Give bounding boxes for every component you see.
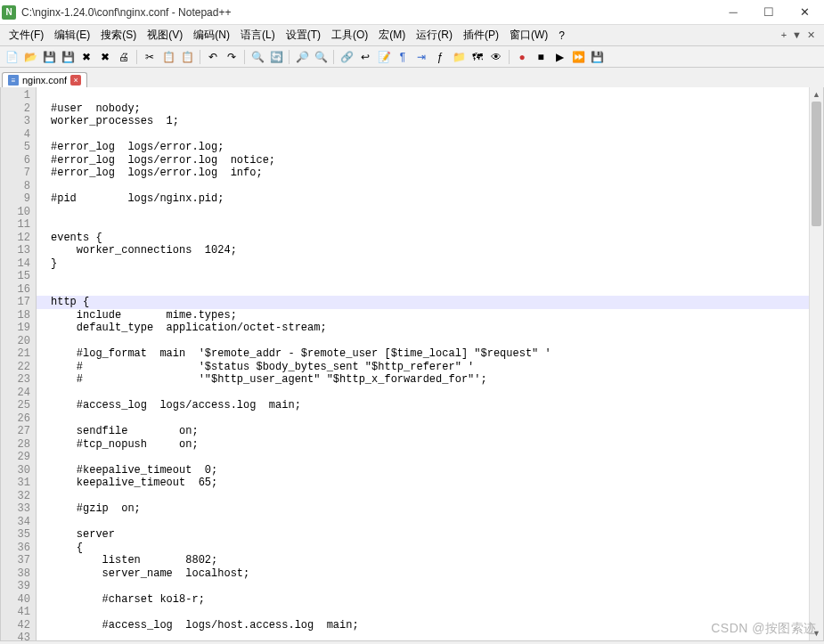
menu-help[interactable]: ? bbox=[553, 28, 570, 44]
code-line[interactable]: worker_connections 1024; bbox=[51, 244, 798, 257]
record-icon[interactable]: ● bbox=[514, 49, 530, 65]
print-icon[interactable]: 🖨 bbox=[116, 49, 132, 65]
tab-close-icon[interactable]: × bbox=[70, 75, 81, 86]
code-line[interactable] bbox=[51, 89, 798, 102]
scroll-up-icon[interactable]: ▲ bbox=[810, 87, 823, 102]
code-line[interactable]: #tcp_nopush on; bbox=[51, 438, 798, 452]
open-file-icon[interactable]: 📂 bbox=[22, 49, 38, 65]
code-line[interactable] bbox=[51, 412, 798, 426]
plus-icon[interactable]: + bbox=[781, 29, 787, 41]
code-line[interactable]: include mime.types; bbox=[51, 309, 798, 322]
close-button[interactable]: ✕ bbox=[787, 0, 822, 25]
doc-icon[interactable]: 📝 bbox=[376, 49, 392, 65]
menu-macro[interactable]: 宏(M) bbox=[373, 26, 411, 45]
save-all-icon[interactable]: 💾 bbox=[60, 49, 76, 65]
code-line[interactable]: #log_format main '$remote_addr - $remote… bbox=[51, 347, 798, 361]
code-line[interactable]: { bbox=[51, 542, 798, 555]
replace-icon[interactable]: 🔄 bbox=[268, 49, 284, 65]
doc-map-icon[interactable]: 🗺 bbox=[469, 49, 485, 65]
zoom-out-icon[interactable]: 🔍 bbox=[313, 49, 329, 65]
code-line[interactable]: # '$status $body_bytes_sent "$http_refer… bbox=[51, 361, 798, 374]
play-icon[interactable]: ▶ bbox=[551, 49, 567, 65]
code-line[interactable]: #error_log logs/error.log info; bbox=[51, 167, 798, 180]
code-line[interactable]: #error_log logs/error.log; bbox=[51, 141, 798, 154]
code-line[interactable] bbox=[51, 451, 798, 464]
code-line[interactable]: #access_log logs/access.log main; bbox=[51, 399, 798, 412]
save-icon[interactable]: 💾 bbox=[41, 49, 57, 65]
code-line[interactable] bbox=[51, 490, 798, 503]
code-editor[interactable]: #user nobody;worker_processes 1;#error_l… bbox=[37, 87, 809, 640]
code-line[interactable]: sendfile on; bbox=[51, 425, 798, 438]
menu-run[interactable]: 运行(R) bbox=[411, 26, 458, 45]
menu-view[interactable]: 视图(V) bbox=[142, 26, 188, 45]
close-all-icon[interactable]: ✖ bbox=[97, 49, 113, 65]
code-line[interactable]: keepalive_timeout 65; bbox=[51, 477, 798, 490]
find-icon[interactable]: 🔍 bbox=[249, 49, 265, 65]
copy-icon[interactable]: 📋 bbox=[160, 49, 176, 65]
code-line[interactable] bbox=[51, 387, 798, 400]
code-line[interactable] bbox=[51, 270, 798, 283]
code-line[interactable]: server_name localhost; bbox=[51, 567, 798, 581]
scroll-track[interactable] bbox=[810, 102, 823, 626]
redo-icon[interactable]: ↷ bbox=[224, 49, 240, 65]
folder-icon[interactable]: 📁 bbox=[451, 49, 467, 65]
dropdown-icon[interactable]: ▼ bbox=[792, 29, 802, 41]
code-line[interactable]: #gzip on; bbox=[51, 502, 798, 516]
fast-icon[interactable]: ⏩ bbox=[570, 49, 586, 65]
code-line[interactable] bbox=[51, 335, 798, 348]
para-icon[interactable]: ¶ bbox=[395, 49, 411, 65]
close-panel-icon[interactable]: ✕ bbox=[807, 29, 815, 41]
zoom-in-icon[interactable]: 🔎 bbox=[294, 49, 310, 65]
code-line[interactable]: } bbox=[51, 257, 798, 271]
close-file-icon[interactable]: ✖ bbox=[78, 49, 94, 65]
line-number: 10 bbox=[1, 206, 30, 219]
code-line[interactable]: # '"$http_user_agent" "$http_x_forwarded… bbox=[51, 373, 798, 387]
code-line[interactable]: #keepalive_timeout 0; bbox=[51, 464, 798, 477]
code-line[interactable] bbox=[51, 128, 798, 142]
vertical-scrollbar[interactable]: ▲ ▼ bbox=[809, 87, 823, 640]
minimize-button[interactable]: ─ bbox=[715, 0, 751, 25]
maximize-button[interactable]: ☐ bbox=[751, 0, 787, 25]
code-line[interactable]: events { bbox=[51, 232, 798, 245]
save-macro-icon[interactable]: 💾 bbox=[589, 49, 605, 65]
code-line[interactable]: #user nobody; bbox=[51, 102, 798, 116]
code-line[interactable] bbox=[51, 516, 798, 529]
code-line[interactable] bbox=[51, 580, 798, 593]
paste-icon[interactable]: 📋 bbox=[179, 49, 195, 65]
code-line[interactable]: #error_log logs/error.log notice; bbox=[51, 154, 798, 167]
undo-icon[interactable]: ↶ bbox=[205, 49, 221, 65]
code-line[interactable]: #access_log logs/host.access.log main; bbox=[51, 619, 798, 632]
menu-encoding[interactable]: 编码(N) bbox=[188, 26, 235, 45]
menu-file[interactable]: 文件(F) bbox=[4, 26, 49, 45]
stop-icon[interactable]: ■ bbox=[533, 49, 549, 65]
code-line[interactable]: default_type application/octet-stream; bbox=[51, 322, 798, 335]
menu-tools[interactable]: 工具(O) bbox=[326, 26, 373, 45]
code-line[interactable]: server bbox=[51, 528, 798, 542]
code-line[interactable] bbox=[51, 218, 798, 232]
code-line[interactable] bbox=[51, 180, 798, 193]
code-line[interactable]: #pid logs/nginx.pid; bbox=[51, 192, 798, 206]
wrap-icon[interactable]: ↩ bbox=[357, 49, 373, 65]
scroll-thumb[interactable] bbox=[812, 102, 821, 226]
code-line[interactable] bbox=[51, 206, 798, 219]
tab-nginx-conf[interactable]: ≡ nginx.conf × bbox=[2, 72, 87, 87]
menu-edit[interactable]: 编辑(E) bbox=[49, 26, 95, 45]
menu-settings[interactable]: 设置(T) bbox=[281, 26, 326, 45]
menu-window[interactable]: 窗口(W) bbox=[504, 26, 553, 45]
code-line[interactable]: http { bbox=[51, 296, 798, 309]
sync-icon[interactable]: 🔗 bbox=[339, 49, 355, 65]
code-line[interactable]: worker_processes 1; bbox=[51, 115, 798, 128]
code-line[interactable]: listen 8802; bbox=[51, 554, 798, 567]
menu-search[interactable]: 搜索(S) bbox=[95, 26, 142, 45]
code-line[interactable] bbox=[51, 606, 798, 619]
menu-language[interactable]: 语言(L) bbox=[235, 26, 281, 45]
code-line[interactable] bbox=[51, 632, 798, 640]
menu-plugins[interactable]: 插件(P) bbox=[458, 26, 504, 45]
all-chars-icon[interactable]: 👁 bbox=[488, 49, 504, 65]
func-icon[interactable]: ƒ bbox=[432, 49, 448, 65]
new-file-icon[interactable]: 📄 bbox=[4, 49, 20, 65]
code-line[interactable] bbox=[51, 283, 798, 297]
indent-icon[interactable]: ⇥ bbox=[413, 49, 429, 65]
code-line[interactable]: #charset koi8-r; bbox=[51, 593, 798, 607]
cut-icon[interactable]: ✂ bbox=[142, 49, 158, 65]
